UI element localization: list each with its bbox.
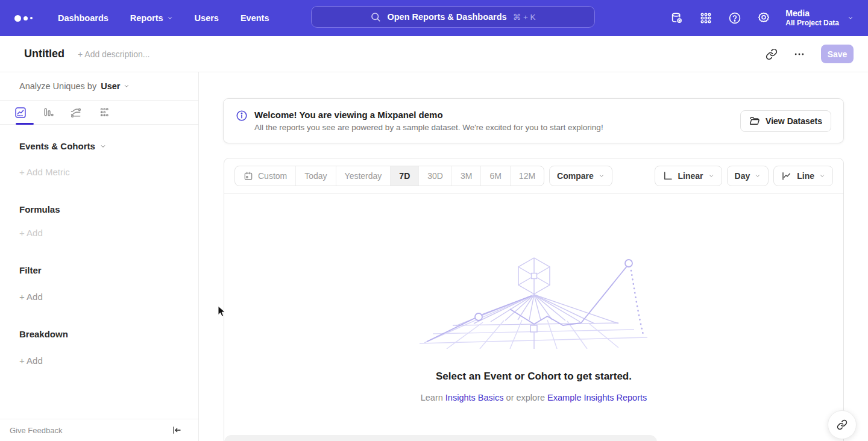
breakdown-section-title: Breakdown: [19, 329, 198, 339]
tab-retention-grid[interactable]: [98, 107, 110, 119]
range-today[interactable]: Today: [295, 166, 335, 186]
events-cohorts-label: Events & Cohorts: [19, 141, 95, 151]
linear-axis-icon: [662, 170, 673, 181]
bottom-panel-edge: [224, 435, 657, 441]
search-placeholder: Open Reports & Dashboards: [387, 12, 506, 22]
example-insights-reports-link[interactable]: Example Insights Reports: [547, 393, 647, 402]
folder-icon: [749, 116, 760, 127]
tab-insights-line[interactable]: [14, 107, 27, 119]
banner-title: Welcome! You are viewing a Mixpanel demo: [254, 110, 603, 120]
report-title[interactable]: Untitled: [24, 48, 64, 60]
mixpanel-logo-icon[interactable]: [14, 15, 39, 22]
top-nav: Dashboards Reports Users Events Open Rep…: [0, 0, 868, 36]
project-switcher[interactable]: Media All Project Data: [785, 8, 854, 28]
range-30d[interactable]: 30D: [418, 166, 451, 186]
empty-state-subtitle: Learn Insights Basics or explore Example…: [224, 393, 843, 402]
link-icon: [837, 419, 848, 430]
project-name: Media: [785, 8, 839, 19]
range-yesterday[interactable]: Yesterday: [336, 166, 391, 186]
add-description-field[interactable]: + Add description...: [78, 49, 149, 59]
help-icon[interactable]: [728, 11, 742, 25]
chevron-down-icon: [819, 173, 825, 179]
project-scope: All Project Data: [785, 19, 839, 28]
nav-reports-label: Reports: [130, 13, 163, 23]
add-formula-button[interactable]: + Add: [19, 228, 198, 238]
chevron-down-icon: [848, 15, 854, 21]
empty-state: Select an Event or Cohort to get started…: [224, 195, 843, 402]
nav-users-label: Users: [195, 13, 219, 23]
date-range-segmented-control: Custom Today Yesterday 7D 30D 3M 6M 12M: [234, 166, 544, 186]
empty-state-illustration: [420, 252, 649, 349]
report-header: Untitled + Add description... Save: [0, 36, 868, 72]
chevron-down-icon: [100, 143, 106, 149]
range-3m[interactable]: 3M: [451, 166, 480, 186]
settings-gear-icon[interactable]: [756, 11, 771, 25]
mixpanel-insights-app: Dashboards Reports Users Events Open Rep…: [0, 0, 868, 441]
nav-events[interactable]: Events: [241, 13, 269, 23]
line-chart-icon: [781, 170, 792, 181]
selected-tab-indicator: [16, 123, 34, 125]
tab-bar-chart[interactable]: [42, 107, 54, 119]
data-management-icon[interactable]: [670, 11, 684, 25]
report-card: Custom Today Yesterday 7D 30D 3M 6M 12M …: [224, 158, 844, 441]
interval-day-button[interactable]: Day: [727, 166, 769, 186]
info-icon: [236, 110, 248, 122]
insights-basics-link[interactable]: Insights Basics: [445, 393, 504, 402]
range-12m[interactable]: 12M: [510, 166, 544, 186]
chart-type-tabs: [0, 101, 198, 125]
scale-linear-button[interactable]: Linear: [655, 166, 722, 186]
search-icon: [370, 11, 381, 22]
chart-type-line-button[interactable]: Line: [773, 166, 833, 186]
add-metric-button[interactable]: + Add Metric: [19, 167, 198, 177]
nav-users[interactable]: Users: [195, 13, 219, 23]
global-search-input[interactable]: Open Reports & Dashboards ⌘ + K: [311, 6, 595, 28]
chevron-down-icon: [599, 173, 605, 179]
share-link-fab[interactable]: [828, 410, 857, 439]
search-shortcut-hint: ⌘ + K: [513, 12, 536, 22]
save-button[interactable]: Save: [821, 45, 854, 63]
apps-grid-icon[interactable]: [699, 11, 713, 25]
give-feedback-link[interactable]: Give Feedback: [10, 426, 62, 435]
analyze-row: Analyze Uniques by User: [0, 72, 198, 101]
events-cohorts-section[interactable]: Events & Cohorts: [19, 141, 198, 151]
demo-welcome-banner: Welcome! You are viewing a Mixpanel demo…: [223, 98, 844, 143]
sidebar-footer: Give Feedback: [0, 419, 198, 441]
filter-section-title: Filter: [19, 265, 198, 275]
calendar-icon: [244, 171, 253, 181]
add-breakdown-button[interactable]: + Add: [19, 355, 198, 366]
range-6m[interactable]: 6M: [480, 166, 509, 186]
range-7d-selected[interactable]: 7D: [390, 166, 418, 186]
more-options-icon[interactable]: [793, 48, 805, 60]
chevron-down-icon: [124, 83, 130, 89]
copy-link-icon[interactable]: [766, 48, 778, 60]
tab-flows[interactable]: [70, 107, 82, 119]
chevron-down-icon: [167, 15, 173, 21]
view-datasets-button[interactable]: View Datasets: [740, 110, 831, 132]
collapse-sidebar-icon[interactable]: [172, 425, 181, 435]
nav-dashboards[interactable]: Dashboards: [58, 13, 108, 23]
analyze-by-dropdown[interactable]: User: [101, 81, 130, 91]
range-custom[interactable]: Custom: [235, 166, 295, 186]
range-custom-label: Custom: [258, 171, 287, 181]
analyze-label: Analyze Uniques by: [19, 81, 96, 91]
query-builder-sidebar: Analyze Uniques by User Events & C: [0, 72, 199, 441]
formulas-section-title: Formulas: [19, 204, 198, 214]
nav-events-label: Events: [241, 13, 269, 23]
compare-button[interactable]: Compare: [549, 166, 612, 186]
add-filter-button[interactable]: + Add: [19, 292, 198, 302]
nav-reports[interactable]: Reports: [130, 13, 173, 23]
empty-state-title: Select an Event or Cohort to get started…: [224, 371, 843, 383]
report-toolbar: Custom Today Yesterday 7D 30D 3M 6M 12M …: [224, 158, 843, 194]
analyze-by-value: User: [101, 81, 120, 91]
chevron-down-icon: [708, 173, 714, 179]
nav-dashboards-label: Dashboards: [58, 13, 108, 23]
view-datasets-label: View Datasets: [766, 116, 822, 126]
chevron-down-icon: [755, 173, 761, 179]
banner-subtitle: All the reports you see are powered by a…: [254, 123, 603, 132]
